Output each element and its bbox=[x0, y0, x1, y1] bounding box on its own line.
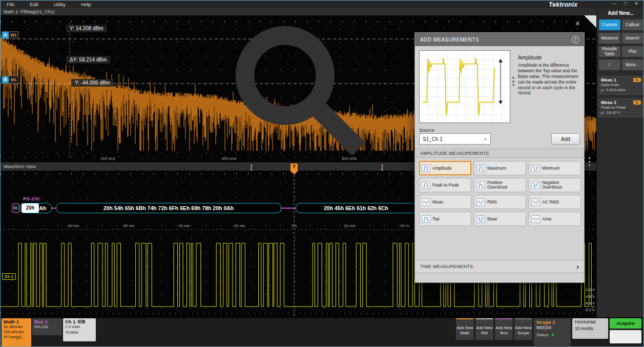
dialog-title: ADD MEASUREMENTS bbox=[420, 37, 479, 43]
measurement-maximum[interactable]: Maximum bbox=[474, 161, 526, 175]
more-button[interactable]: More... bbox=[622, 59, 643, 70]
cursors-button[interactable]: Cursors bbox=[599, 19, 620, 30]
measurement-base[interactable]: Base bbox=[474, 212, 526, 226]
ac-rms-icon bbox=[531, 198, 540, 206]
close-icon[interactable]: ✕ bbox=[634, 1, 638, 6]
area-icon bbox=[531, 215, 540, 223]
measurement-amplitude[interactable]: Amplitude bbox=[419, 161, 471, 175]
bus-source-badge[interactable]: B1 bbox=[12, 203, 19, 213]
measurement-negative-overshoot[interactable]: Negative Overshoot bbox=[529, 178, 581, 192]
plot-button[interactable]: Plot bbox=[622, 46, 643, 57]
top-icon bbox=[422, 215, 430, 223]
trigger-t-label: T bbox=[290, 164, 298, 170]
add-measurements-dialog: ADD MEASUREMENTS ? ▲ a ▼ Amplitude Ampli… bbox=[414, 32, 585, 283]
meas1-badge[interactable]: Meas 1 S1 Data Rate µ': 9.615 kb/s bbox=[598, 76, 643, 95]
menu-file[interactable]: File bbox=[7, 2, 14, 7]
measurement-rms[interactable]: RMS bbox=[474, 195, 526, 209]
fft-panel-title[interactable]: Math 1- FftMag(S1_Ch1) bbox=[1, 8, 596, 15]
math1-badge[interactable]: Math 1 50 dBm/div 200 kHz/div FFTmag(S..… bbox=[2, 318, 31, 347]
dialog-header[interactable]: ADD MEASUREMENTS ? bbox=[415, 33, 584, 46]
scope1-name: Scope 1 bbox=[536, 319, 568, 325]
source-label: Source bbox=[419, 127, 434, 133]
measurement-minimum[interactable]: Minimum bbox=[529, 161, 581, 175]
menu-bar: File Edit Utility Help Tektronix — □ ✕ bbox=[1, 1, 643, 8]
scope1-badge[interactable]: Scope 1 MSO24 Status: ● bbox=[534, 318, 571, 346]
meas2-source-chip: S1 bbox=[633, 100, 641, 105]
time-axis-label: 0 s bbox=[292, 223, 297, 228]
results-table-button[interactable]: Results Table bbox=[599, 46, 620, 57]
menu-edit[interactable]: Edit bbox=[30, 2, 38, 7]
positive-overshoot-icon bbox=[476, 181, 485, 189]
math1-function: FFTmag(S... bbox=[4, 335, 29, 340]
meas1-value: µ': 9.615 kb/s bbox=[601, 88, 641, 93]
search-button[interactable]: Search bbox=[622, 33, 643, 44]
dropdown-caret-icon: ▼ bbox=[484, 137, 487, 141]
add-new-title: Add New... bbox=[597, 8, 644, 16]
ch1-scale: 2.3 V/div bbox=[65, 324, 94, 330]
measurement-positive-overshoot[interactable]: Positive Overshoot bbox=[474, 178, 526, 192]
horizontal-scale: 10 ms/div bbox=[575, 326, 606, 331]
add-new-math-button[interactable]: Add New Math bbox=[456, 318, 474, 340]
add-new-ref-button[interactable]: Add New Ref bbox=[475, 318, 493, 340]
volt-axis-label: -9.2 V bbox=[579, 308, 595, 312]
source-value: S1_Ch 1 bbox=[423, 136, 443, 142]
menu-utility[interactable]: Utility bbox=[54, 2, 66, 7]
preview-title: Amplitude bbox=[518, 54, 542, 60]
measurement-ac-rms[interactable]: AC RMS bbox=[529, 195, 581, 209]
chevron-right-icon: › bbox=[576, 262, 579, 271]
bus-byte-highlight: 20h bbox=[22, 203, 39, 213]
more-icon-button[interactable]: ∷ bbox=[599, 59, 620, 70]
bus1-badge[interactable]: Bus 1 RS-232 bbox=[32, 318, 62, 335]
bus-packet[interactable]: 20h 54h 65h 6Bh 74h 72h 6Fh 6Eh 69h 78h … bbox=[56, 203, 281, 213]
time-axis-label: -20 ms bbox=[177, 223, 190, 228]
add-new-buttons: Cursors Callout Measure Search Results T… bbox=[599, 19, 643, 70]
measurement-grid: Amplitude Maximum Minimum Peak-to-Peak P… bbox=[419, 161, 581, 226]
trigger-marker[interactable]: T bbox=[290, 164, 298, 174]
horizontal-badge[interactable]: Horizontal 10 ms/div bbox=[572, 318, 608, 339]
meas2-type: Peak-to-Peak bbox=[601, 105, 641, 110]
callout-button[interactable]: Callout bbox=[622, 19, 643, 30]
time-measurements-section[interactable]: TIME MEASUREMENTS › bbox=[415, 260, 584, 273]
meas2-badge[interactable]: Meas 2 S1 Peak-to-Peak µ': 18.40 V bbox=[598, 98, 643, 117]
trigger-flag-icon bbox=[290, 170, 298, 174]
time-axis-label: 20 m bbox=[400, 223, 409, 228]
time-axis-label: -30 ms bbox=[122, 223, 134, 228]
measurement-area[interactable]: Area bbox=[529, 212, 581, 226]
rms-icon bbox=[476, 198, 485, 206]
minimum-icon bbox=[531, 165, 540, 172]
peak-to-peak-icon bbox=[422, 181, 430, 189]
panel-splitter-handle[interactable] bbox=[589, 157, 590, 166]
maximize-icon[interactable]: □ bbox=[624, 1, 627, 6]
time-axis-label: -10 ms bbox=[233, 223, 245, 228]
source-dropdown[interactable]: S1_Ch 1 ▼ bbox=[419, 133, 491, 145]
status-ok-icon: ● bbox=[551, 333, 554, 337]
channel-source-badge[interactable]: S1-1 bbox=[2, 273, 16, 280]
add-new-scope-button[interactable]: Add New Scope bbox=[514, 318, 532, 340]
add-button[interactable]: Add bbox=[551, 133, 580, 145]
acquire-button[interactable]: Acquire bbox=[610, 318, 641, 329]
ch1-name: Ch 1 bbox=[65, 319, 76, 324]
add-new-bus-button[interactable]: Add New Bus bbox=[495, 318, 513, 340]
preview-waveform-svg bbox=[420, 51, 510, 123]
ch1-badge[interactable]: Ch 1 S1 2.3 V/div 70 MHz bbox=[63, 318, 96, 341]
measurement-mean[interactable]: Mean bbox=[419, 195, 471, 209]
acq-bracket-left: [ bbox=[251, 164, 252, 171]
measurement-top[interactable]: Top bbox=[419, 212, 471, 226]
bus1-name: Bus 1 bbox=[34, 319, 60, 324]
meas1-type: Data Rate bbox=[601, 83, 641, 88]
help-icon[interactable]: ? bbox=[572, 36, 579, 43]
acq-bracket-right: ] bbox=[381, 164, 383, 171]
meas2-name: Meas 2 bbox=[601, 100, 616, 105]
minimize-icon[interactable]: — bbox=[612, 1, 616, 6]
ch1-bandwidth: 70 MHz bbox=[65, 330, 94, 336]
measurement-peak-to-peak[interactable]: Peak-to-Peak bbox=[419, 178, 471, 192]
preview-description: Amplitude is the difference between the … bbox=[518, 63, 581, 96]
tekscope-window: File Edit Utility Help Tektronix — □ ✕ M… bbox=[0, 0, 644, 347]
add-new-panel: Add New... Cursors Callout Measure Searc… bbox=[596, 8, 644, 317]
measure-button[interactable]: Measure bbox=[599, 33, 620, 44]
menu-help[interactable]: Help bbox=[81, 2, 91, 7]
bus-packet[interactable]: 20h 45h 6Eh 61h 62h 6Ch bbox=[296, 203, 417, 213]
inactive-button[interactable] bbox=[610, 330, 641, 343]
scope1-model: MSO24 bbox=[536, 325, 568, 331]
bus-idle-line bbox=[281, 208, 296, 209]
